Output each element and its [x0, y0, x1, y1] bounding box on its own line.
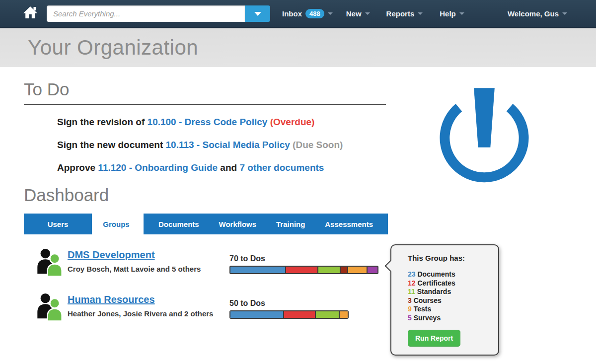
todo-stacked-bar — [229, 310, 349, 319]
group-link[interactable]: Human Resources — [68, 294, 155, 305]
todo-bar-column: 70 to Dos — [229, 248, 378, 277]
group-people-icon — [35, 248, 64, 277]
chevron-down-icon — [418, 12, 423, 15]
todo-text: Approve — [57, 162, 98, 173]
run-report-button[interactable]: Run Report — [408, 330, 460, 347]
group-row-human-resources: Human Resources Heather Jones, Josie Riv… — [24, 293, 596, 322]
power-logo-icon — [440, 87, 529, 183]
nav-inbox[interactable]: Inbox 488 — [282, 9, 333, 18]
tooltip-stat-tests: 9 Tests — [408, 305, 492, 314]
search-group — [47, 5, 270, 22]
home-button[interactable] — [22, 6, 39, 22]
dashboard-heading: Dashboard — [24, 185, 596, 205]
other-documents-link[interactable]: 7 other documents — [239, 162, 324, 173]
inbox-count-badge: 488 — [305, 9, 324, 18]
bar-segment-standards — [316, 311, 340, 318]
bar-segment-surveys — [368, 267, 377, 273]
inbox-label: Inbox — [282, 9, 302, 18]
group-members: Heather Jones, Josie Rivera and 2 others — [68, 309, 213, 318]
tab-block: Documents Workflows Training Assessments — [144, 214, 388, 234]
chevron-down-icon — [365, 12, 370, 15]
tab-groups[interactable]: Groups — [92, 214, 141, 234]
search-input[interactable] — [47, 5, 245, 22]
todo-text: Sign the new document — [57, 140, 166, 150]
group-people-icon — [35, 293, 64, 322]
todo-count-label: 50 to Dos — [229, 299, 349, 308]
page-title: Your Organization — [28, 36, 198, 60]
top-navigation-bar: Inbox 488 New Reports Help Welcome, Gus — [0, 0, 596, 28]
status-overdue: (Overdue) — [267, 117, 314, 127]
todo-text: Sign the revision of — [57, 117, 148, 127]
nav-help[interactable]: Help — [440, 9, 464, 18]
page-title-band: Your Organization — [0, 28, 596, 67]
search-dropdown-button[interactable] — [245, 5, 270, 22]
todo-stacked-bar — [229, 266, 378, 274]
nav-reports[interactable]: Reports — [386, 9, 423, 18]
tooltip-stat-courses: 3 Courses — [408, 296, 492, 305]
group-info: Human Resources Heather Jones, Josie Riv… — [35, 293, 229, 322]
tooltip-stat-certificates: 12 Certificates — [408, 279, 492, 288]
todo-divider — [24, 104, 386, 105]
bar-segment-documents — [230, 267, 286, 273]
bar-segment-standards — [318, 267, 341, 273]
chevron-down-icon — [562, 12, 567, 15]
help-label: Help — [440, 9, 456, 18]
group-summary-popover: This Group has: 23 Documents12 Certifica… — [390, 244, 499, 356]
popover-title: This Group has: — [408, 254, 492, 262]
tab-training[interactable]: Training — [273, 214, 308, 234]
group-members: Croy Bosch, Matt Lavoie and 5 others — [68, 265, 201, 273]
document-link[interactable]: 10.113 - Social Media Policy — [166, 140, 290, 150]
bar-segment-courses — [341, 267, 348, 273]
dashboard-tabs: Users Groups Documents Workflows Trainin… — [24, 214, 596, 234]
home-icon — [23, 5, 38, 22]
todo-text: and — [218, 162, 239, 173]
group-link[interactable]: DMS Development — [68, 249, 155, 261]
nav-user-menu[interactable]: Welcome, Gus — [508, 9, 567, 18]
todo-bar-column: 50 to Dos — [229, 293, 349, 322]
status-due-soon: (Due Soon) — [290, 140, 343, 150]
group-info: DMS Development Croy Bosch, Matt Lavoie … — [35, 248, 229, 277]
welcome-label: Welcome, Gus — [508, 9, 559, 18]
chevron-down-icon — [254, 12, 261, 16]
nav-new[interactable]: New — [346, 9, 370, 18]
tab-documents[interactable]: Documents — [155, 214, 202, 234]
bar-segment-tests — [340, 311, 348, 318]
group-list: DMS Development Croy Bosch, Matt Lavoie … — [24, 248, 596, 322]
popover-stat-list: 23 Documents12 Certificates11 Standards3… — [408, 270, 492, 322]
document-link[interactable]: 10.100 - Dress Code Policy — [148, 117, 268, 127]
chevron-down-icon — [328, 12, 333, 15]
tooltip-stat-documents: 23 Documents — [408, 270, 492, 279]
todo-count-label: 70 to Dos — [229, 254, 378, 263]
tooltip-stat-standards: 11 Standards — [408, 288, 492, 296]
group-text: Human Resources Heather Jones, Josie Riv… — [68, 293, 213, 322]
reports-label: Reports — [386, 9, 415, 18]
group-row-dms-development: DMS Development Croy Bosch, Matt Lavoie … — [24, 248, 596, 277]
tab-users[interactable]: Users — [24, 214, 92, 234]
tab-workflows[interactable]: Workflows — [216, 214, 260, 234]
new-label: New — [346, 9, 362, 18]
bar-segment-certificates — [284, 311, 316, 318]
chevron-down-icon — [459, 12, 464, 15]
group-text: DMS Development Croy Bosch, Matt Lavoie … — [68, 248, 201, 277]
bar-segment-certificates — [286, 267, 318, 273]
tab-assessments[interactable]: Assessments — [322, 214, 376, 234]
bar-segment-tests — [348, 267, 367, 273]
document-link[interactable]: 11.120 - Onboarding Guide — [98, 162, 218, 173]
bar-segment-documents — [230, 311, 284, 318]
tooltip-stat-surveys: 5 Surveys — [408, 314, 492, 323]
